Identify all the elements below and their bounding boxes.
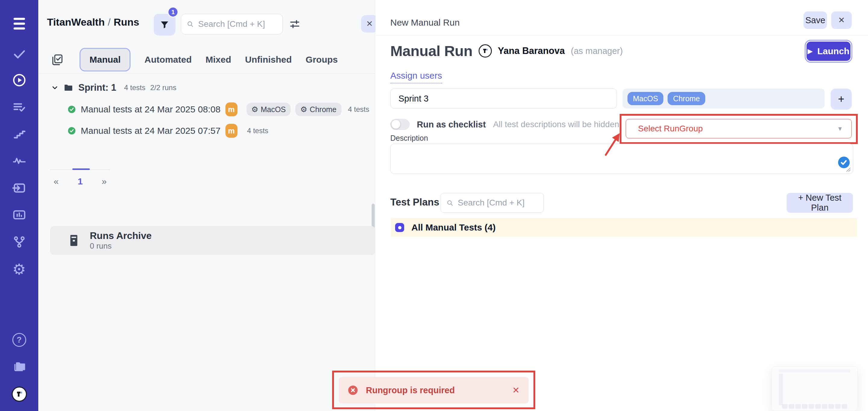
manual-type-badge: m: [225, 124, 238, 138]
pulse-icon: [12, 154, 27, 168]
pagination-prev[interactable]: «: [54, 176, 59, 187]
runs-archive-card[interactable]: Runs Archive 0 runs: [50, 226, 375, 255]
plan-label: All Manual Tests (4): [411, 222, 496, 232]
rungroup-select-value: Select RunGroup: [638, 124, 703, 133]
manual-type-badge: m: [225, 102, 238, 116]
run-tests-count: 4 tests: [247, 127, 269, 135]
sign-in-icon: [12, 181, 27, 195]
gear-icon: ⚙: [12, 262, 26, 277]
run-type-tabs: Manual Automated Mixed Unfinished Groups: [51, 47, 338, 72]
checklist-label: Run as checklist: [417, 120, 486, 130]
play-circle-icon: [12, 73, 27, 87]
run-header: Manual Run Yana Baranova (as manager): [390, 40, 623, 62]
app: ⚙ ? TitanWealth/Runs 1: [0, 0, 868, 411]
pagination-active-indicator: [72, 168, 90, 170]
menu-icon[interactable]: [0, 16, 38, 31]
tab-automated[interactable]: Automated: [144, 55, 192, 65]
tab-groups[interactable]: Groups: [306, 55, 338, 65]
toast-message: Rungroup is required: [366, 385, 455, 395]
tabs-divider: [38, 73, 375, 74]
test-plans-title: Test Plans: [390, 196, 439, 208]
manager-role-note: (as manager): [571, 46, 623, 56]
sidebar-item-tests[interactable]: [0, 46, 38, 61]
error-toast: Rungroup is required ✕: [339, 377, 529, 404]
screen-share-thumbnail: [772, 367, 858, 411]
close-run-button[interactable]: ✕: [831, 11, 852, 29]
sidebar: ⚙ ?: [0, 0, 38, 411]
header-divider: [375, 35, 868, 36]
archive-title: Runs Archive: [90, 230, 152, 241]
save-button[interactable]: Save: [804, 11, 827, 29]
manager-avatar[interactable]: [478, 44, 492, 58]
branch-icon: [12, 235, 27, 249]
steps-icon: [12, 127, 27, 141]
archive-count: 0 runs: [90, 241, 152, 251]
check-icon: [12, 47, 26, 61]
env-tags-tray[interactable]: MacOS Chrome: [623, 89, 825, 108]
annotation-arrow: [602, 130, 626, 157]
test-plans-search[interactable]: [441, 193, 544, 213]
run-title-heading: Manual Run: [390, 42, 472, 59]
sidebar-item-help[interactable]: ?: [0, 332, 38, 348]
archive-icon: [67, 233, 81, 247]
filter-count-badge: 1: [167, 7, 179, 18]
help-icon: ?: [12, 333, 26, 347]
env-tag-chrome[interactable]: Chrome: [668, 92, 705, 105]
run-title[interactable]: Manual tests at 24 Mar 2025 08:08: [81, 104, 221, 115]
copy-check-icon[interactable]: [51, 53, 64, 66]
folder-row-sprint-1[interactable]: Sprint: 1 4 tests 2/2 runs: [51, 81, 176, 95]
breadcrumb: TitanWealth/Runs: [47, 16, 139, 28]
pagination-next[interactable]: »: [101, 176, 107, 187]
run-as-checklist-toggle[interactable]: [390, 119, 410, 130]
plan-selected-radio-icon[interactable]: [395, 223, 404, 232]
caret-down-icon: ▼: [837, 125, 843, 132]
bar-chart-icon: [12, 208, 27, 222]
rungroup-select[interactable]: Select RunGroup ▼: [626, 119, 852, 138]
runs-search[interactable]: [181, 14, 283, 34]
launch-button[interactable]: ▶ Launch: [807, 41, 850, 61]
manager-name: Yana Baranova: [498, 45, 565, 56]
run-row-1[interactable]: Manual tests at 24 Mar 2025 08:08 m ⚙ Ma…: [67, 102, 369, 117]
run-title[interactable]: Manual tests at 24 Mar 2025 07:57: [81, 126, 221, 136]
folder-runs-count: 2/2 runs: [150, 84, 176, 92]
tab-manual[interactable]: Manual: [80, 48, 130, 71]
sidebar-item-plans[interactable]: [0, 99, 38, 115]
error-icon: [348, 385, 358, 395]
pagination-page-1[interactable]: 1: [78, 176, 83, 187]
runs-search-input[interactable]: [198, 19, 277, 29]
test-plans-search-input[interactable]: [457, 198, 538, 208]
passed-status-icon: [67, 127, 76, 135]
sidebar-item-branches[interactable]: [0, 234, 38, 250]
toast-close-icon[interactable]: ✕: [513, 385, 520, 395]
sidebar-item-runs[interactable]: [0, 72, 38, 88]
sidebar-item-reports[interactable]: [0, 207, 38, 223]
tab-mixed[interactable]: Mixed: [206, 55, 231, 65]
search-settings-button[interactable]: [289, 18, 301, 31]
folder-name: Sprint: 1: [79, 82, 116, 93]
sidebar-item-projects[interactable]: [0, 358, 38, 374]
folder-tests-count: 4 tests: [124, 84, 146, 92]
passed-status-icon: [67, 105, 76, 114]
sidebar-item-pull[interactable]: [0, 180, 38, 196]
run-name-input[interactable]: [390, 89, 617, 108]
sidebar-item-activity[interactable]: [0, 153, 38, 169]
add-environment-button[interactable]: +: [831, 89, 852, 110]
search-icon: [187, 20, 194, 28]
folder-icon: [63, 83, 73, 93]
run-row-2[interactable]: Manual tests at 24 Mar 2025 07:57 m 4 te…: [67, 124, 268, 138]
breadcrumb-page: Runs: [114, 16, 139, 28]
env-tag-macos[interactable]: MacOS: [627, 92, 663, 105]
brand-logo-icon: [482, 47, 489, 55]
assign-users-link[interactable]: Assign users: [390, 70, 442, 84]
checklist-hint: All test descriptions will be hidden: [493, 120, 619, 129]
chevron-down-icon[interactable]: [51, 84, 59, 91]
breadcrumb-project[interactable]: TitanWealth: [47, 16, 104, 28]
new-test-plan-button[interactable]: + New Test Plan: [786, 193, 853, 213]
sidebar-item-steps[interactable]: [0, 127, 38, 142]
sidebar-item-account[interactable]: [0, 386, 38, 403]
resize-handle-icon[interactable]: [844, 165, 852, 173]
sidebar-item-settings[interactable]: ⚙: [0, 261, 38, 278]
tab-unfinished[interactable]: Unfinished: [245, 55, 292, 65]
test-plan-row[interactable]: All Manual Tests (4): [391, 218, 857, 237]
folders-icon: [12, 359, 27, 374]
